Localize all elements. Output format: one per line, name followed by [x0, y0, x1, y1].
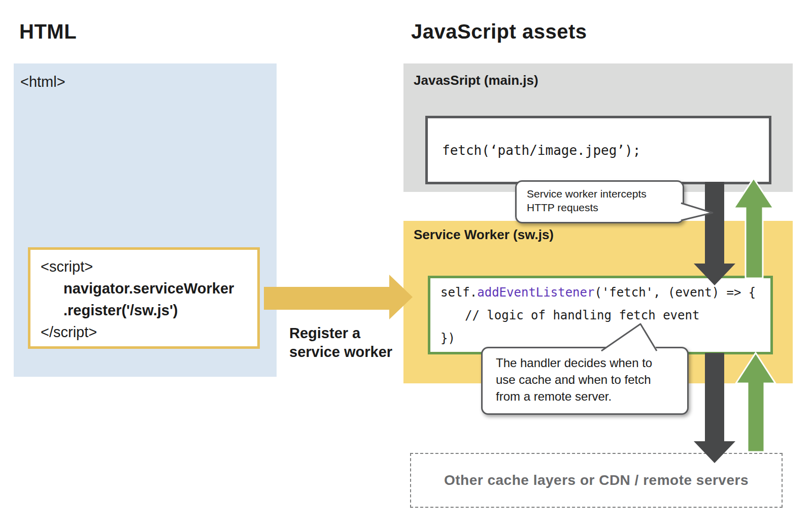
fetch-code-box: fetch(‘path/image.jpeg’); [425, 116, 771, 184]
intercept-bubble-tail [681, 203, 713, 221]
intercept-speech-bubble: Service worker intercepts HTTP requests [515, 180, 684, 223]
sw-code-box: self.addEventListener('fetch', (event) =… [428, 276, 773, 354]
other-cache-layers-box: Other cache layers or CDN / remote serve… [410, 453, 783, 508]
code-line: self.addEventListener('fetch', (event) =… [441, 281, 770, 304]
service-worker-panel-title: Service Worker (sw.js) [414, 227, 554, 243]
html-heading: HTML [19, 20, 77, 43]
code-line: // logic of handling fetch event [441, 304, 770, 327]
javascript-assets-heading: JavaScript assets [411, 20, 587, 43]
html-tag-label: <html> [20, 74, 65, 90]
code-line: <script> [41, 256, 257, 278]
code-line: </script> [41, 321, 257, 343]
fetch-code: fetch(‘path/image.jpeg’); [442, 143, 640, 158]
handler-speech-bubble: The handler decides when to use cache an… [481, 347, 689, 415]
service-worker-diagram: HTML JavaScript assets <html> <script> n… [0, 0, 812, 524]
register-arrow-label: Register a service worker [289, 324, 392, 362]
register-script-code-box: <script> navigator.serviceWorker .regist… [28, 247, 260, 349]
mainjs-panel-title: JavasSript (main.js) [414, 73, 538, 88]
register-arrow [264, 275, 413, 319]
code-line: navigator.serviceWorker [41, 278, 257, 300]
highlighted-token: addEventListener [477, 285, 594, 300]
code-line: .register('/sw.js') [41, 300, 257, 321]
